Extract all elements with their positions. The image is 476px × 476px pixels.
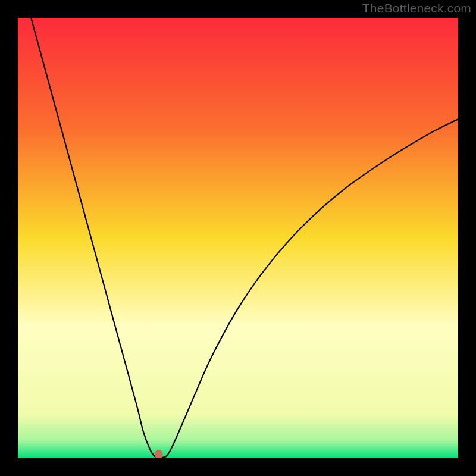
chart-frame: TheBottleneck.com: [0, 0, 476, 476]
plot-area: [18, 18, 458, 458]
gradient-background: [18, 18, 458, 458]
plot-svg: [18, 18, 458, 458]
watermark-label: TheBottleneck.com: [362, 1, 471, 15]
